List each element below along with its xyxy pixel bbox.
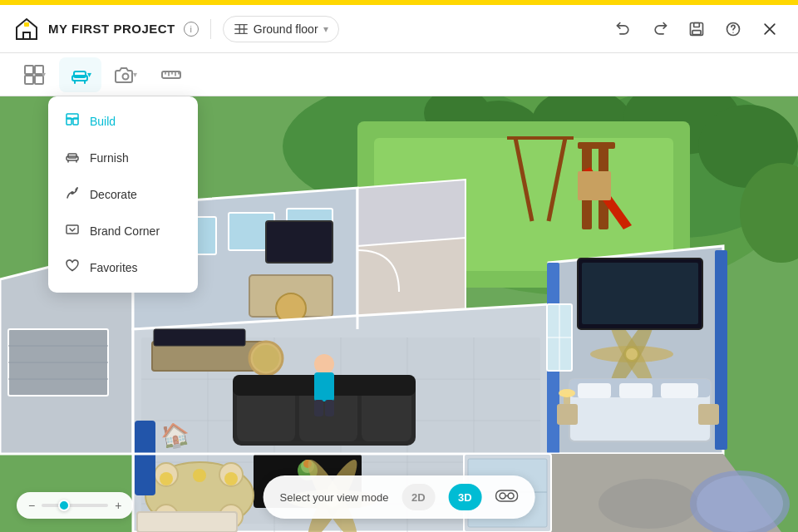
- svg-point-132: [508, 493, 514, 499]
- heart-icon: [65, 259, 80, 277]
- svg-rect-115: [557, 404, 578, 425]
- help-button[interactable]: [718, 14, 748, 44]
- svg-point-96: [224, 472, 238, 485]
- svg-point-70: [253, 345, 279, 372]
- svg-point-94: [160, 472, 173, 485]
- menu-item-furnish-label: Furnish: [90, 151, 129, 165]
- header: MY FIRST PROJECT i Ground floor ▾: [0, 5, 798, 53]
- svg-point-124: [598, 479, 698, 529]
- zoom-in-button[interactable]: +: [115, 499, 121, 512]
- project-title: MY FIRST PROJECT: [48, 22, 175, 36]
- close-icon: [761, 21, 778, 37]
- svg-rect-3: [694, 22, 700, 27]
- yellow-accent-bar: [0, 0, 798, 5]
- floor-plan-icon: [234, 22, 249, 37]
- svg-rect-87: [314, 400, 323, 416]
- view-mode-label: Select your view mode: [280, 491, 389, 504]
- svg-rect-88: [325, 400, 334, 416]
- svg-rect-1: [24, 22, 29, 27]
- svg-rect-7: [25, 66, 33, 74]
- svg-point-118: [559, 389, 575, 397]
- layout-caret: ▾: [42, 70, 46, 79]
- svg-marker-54: [357, 180, 466, 246]
- menu-item-decorate-label: Decorate: [90, 188, 137, 201]
- view-3d-button[interactable]: 3D: [448, 484, 481, 510]
- redo-button[interactable]: [645, 14, 675, 44]
- header-divider: [210, 19, 211, 39]
- menu-item-furnish[interactable]: Furnish: [48, 140, 198, 176]
- camera-caret: ▾: [133, 70, 137, 79]
- toolbar-item-camera[interactable]: ▾: [105, 57, 147, 92]
- svg-rect-41: [578, 171, 611, 200]
- toolbar-item-layout[interactable]: ▾: [13, 57, 56, 92]
- menu-item-build-label: Build: [90, 115, 116, 128]
- svg-rect-113: [619, 383, 653, 398]
- floor-caret: ▾: [323, 23, 328, 35]
- vr-icon: [495, 487, 518, 504]
- zoom-out-button[interactable]: −: [28, 499, 35, 512]
- toolbar-item-furnish[interactable]: ▾: [59, 57, 101, 92]
- menu-item-favorites[interactable]: Favorites: [48, 249, 198, 286]
- toolbar-item-measure[interactable]: [150, 57, 192, 92]
- svg-rect-51: [266, 221, 332, 263]
- svg-point-131: [500, 493, 505, 499]
- svg-rect-86: [314, 372, 334, 401]
- svg-point-13: [123, 73, 129, 79]
- svg-rect-98: [137, 512, 237, 532]
- help-icon: [725, 21, 741, 37]
- furnish-caret: ▾: [87, 70, 91, 79]
- view-vr-button[interactable]: [495, 487, 518, 508]
- zoom-bar: − +: [17, 492, 133, 519]
- menu-item-brand-corner[interactable]: Brand Corner: [48, 213, 198, 249]
- floor-selector[interactable]: Ground floor ▾: [223, 16, 339, 42]
- svg-point-95: [193, 469, 206, 482]
- zoom-slider[interactable]: [42, 504, 108, 507]
- svg-rect-39: [578, 142, 615, 149]
- menu-item-favorites-label: Favorites: [90, 261, 138, 274]
- brand-icon: [65, 222, 80, 240]
- view-2d-button[interactable]: 2D: [401, 484, 435, 510]
- info-button[interactable]: i: [184, 22, 199, 37]
- svg-point-109: [625, 347, 638, 361]
- svg-rect-68: [154, 329, 245, 346]
- header-left: MY FIRST PROJECT i Ground floor ▾: [13, 16, 339, 42]
- ruler-icon: [160, 64, 182, 86]
- menu-item-build[interactable]: Build: [48, 103, 198, 140]
- undo-button[interactable]: [608, 14, 638, 44]
- svg-rect-112: [578, 383, 611, 398]
- toolbar: ▾ ▾ ▾: [0, 53, 798, 96]
- svg-point-6: [732, 32, 733, 32]
- menu-item-decorate[interactable]: Decorate: [48, 176, 198, 213]
- floor-label: Ground floor: [254, 22, 318, 36]
- svg-rect-97: [135, 421, 155, 495]
- zoom-thumb[interactable]: [58, 500, 70, 511]
- svg-rect-116: [698, 404, 719, 425]
- app-logo: [13, 16, 40, 42]
- svg-rect-9: [25, 76, 33, 84]
- header-right: [608, 14, 785, 44]
- close-button[interactable]: [755, 14, 785, 44]
- dropdown-menu: Build Furnish Decorate: [48, 96, 198, 293]
- svg-point-85: [314, 354, 334, 374]
- furnish-menu-icon: [65, 149, 80, 167]
- view-mode-bar: Select your view mode 2D 3D: [264, 475, 535, 519]
- undo-icon: [615, 21, 632, 37]
- save-button[interactable]: [682, 14, 712, 44]
- svg-point-126: [697, 475, 783, 532]
- svg-rect-4: [692, 30, 701, 34]
- decorate-icon: [65, 185, 80, 204]
- build-icon: [65, 112, 80, 131]
- svg-rect-114: [661, 383, 698, 398]
- save-icon: [688, 21, 705, 37]
- redo-icon: [652, 21, 668, 37]
- menu-item-brand-corner-label: Brand Corner: [90, 224, 160, 238]
- svg-point-20: [71, 191, 74, 195]
- svg-rect-120: [582, 263, 698, 324]
- svg-rect-21: [66, 225, 78, 234]
